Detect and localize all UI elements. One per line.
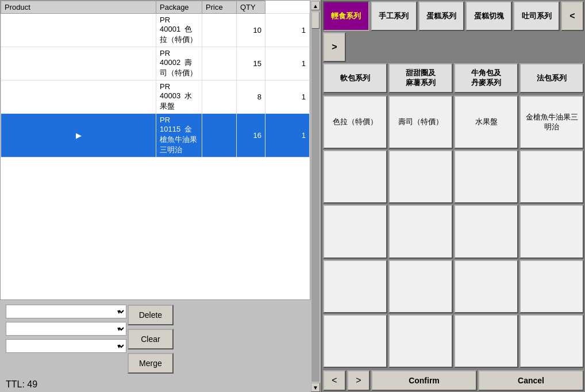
table-row[interactable]: PR 40001 色拉（特價） 10 1 <box>1 14 310 47</box>
product-cell <box>323 314 387 368</box>
cat-tab-light-food[interactable]: 輕食系列 <box>323 1 370 31</box>
row-product: PR 10115 金槍魚牛油果三明治 <box>156 114 202 157</box>
product-cell[interactable]: 壽司（特價） <box>388 95 453 149</box>
product-cell[interactable]: 色拉（特價） <box>323 95 387 149</box>
row-arrow <box>1 47 156 80</box>
product-cell <box>388 150 453 203</box>
row-product: PR 40003 水果盤 <box>156 80 202 114</box>
row-price: 15 <box>237 47 265 80</box>
cat-tab-handmade[interactable]: 手工系列 <box>371 1 417 31</box>
product-cell <box>454 314 518 368</box>
cat-tab-donut[interactable]: 甜甜圈及 麻薯系列 <box>388 63 453 93</box>
dropdown-3[interactable] <box>6 339 126 353</box>
dropdown-1[interactable] <box>6 305 126 318</box>
row-arrow: ▶ <box>1 114 156 157</box>
row-price: 8 <box>237 80 265 114</box>
clear-button[interactable]: Clear <box>128 329 174 349</box>
table-row[interactable]: PR 40002 壽司（特價） 15 1 <box>1 47 310 80</box>
product-cell <box>388 260 453 313</box>
col-price: Price <box>202 1 237 14</box>
cat-tab-baguette[interactable]: 法包系列 <box>519 63 584 93</box>
row-price: 10 <box>237 14 265 47</box>
delete-button[interactable]: Delete <box>128 305 174 325</box>
table-row[interactable]: PR 40003 水果盤 8 1 <box>1 80 310 114</box>
cat-tab-toast[interactable]: 吐司系列 <box>513 1 560 31</box>
product-cell <box>388 205 453 258</box>
category-tabs-row2: 軟包系列 甜甜圈及 麻薯系列 牛角包及 丹麥系列 法包系列 <box>322 63 585 94</box>
confirm-cancel-row: < > Confirm Cancel <box>322 369 585 392</box>
product-grid: 色拉（特價）壽司（特價）水果盤金槍魚牛油果三明治 <box>322 94 585 369</box>
cat-tab-soft-bread[interactable]: 軟包系列 <box>323 63 387 93</box>
scroll-track <box>311 11 320 382</box>
row-product: PR 40001 色拉（特價） <box>156 14 202 47</box>
cancel-button[interactable]: Cancel <box>478 370 584 391</box>
category-tabs-row1: 輕食系列 手工系列 蛋糕系列 蛋糕切塊 吐司系列 < > <box>322 0 585 63</box>
cat-nav-prev-1[interactable]: < <box>561 1 584 31</box>
order-table: Product Package Price QTY PR 40001 色拉（特價… <box>0 0 310 300</box>
scroll-down-arrow[interactable]: ▼ <box>311 383 320 392</box>
product-cell <box>519 314 584 368</box>
col-qty: QTY <box>237 1 265 14</box>
ttl-label: TTL: 49 <box>6 379 37 389</box>
table-row[interactable]: ▶ PR 10115 金槍魚牛油果三明治 16 1 <box>1 114 310 157</box>
row-price: 16 <box>237 114 265 157</box>
dropdown-2[interactable] <box>6 322 126 336</box>
product-cell[interactable]: 金槍魚牛油果三明治 <box>519 95 584 149</box>
confirm-button[interactable]: Confirm <box>371 370 477 391</box>
row-product: PR 40002 壽司（特價） <box>156 47 202 80</box>
product-cell <box>323 260 387 313</box>
row-qty: 1 <box>265 114 310 157</box>
row-arrow <box>1 80 156 114</box>
row-qty: 1 <box>265 80 310 114</box>
row-package <box>202 47 237 80</box>
product-cell <box>519 205 584 258</box>
product-cell <box>454 150 518 203</box>
row-package <box>202 114 237 157</box>
scroll-thumb[interactable] <box>311 11 320 29</box>
product-cell <box>519 260 584 313</box>
product-cell <box>323 150 387 203</box>
scroll-up-arrow[interactable]: ▲ <box>311 1 320 10</box>
table-scrollbar[interactable]: ▲ ▼ <box>310 0 321 392</box>
row-qty: 1 <box>265 47 310 80</box>
row-package <box>202 80 237 114</box>
product-cell <box>388 314 453 368</box>
grid-nav-next[interactable]: > <box>347 370 370 391</box>
row-qty: 1 <box>265 14 310 47</box>
row-arrow <box>1 14 156 47</box>
grid-nav-prev[interactable]: < <box>323 370 346 391</box>
col-package: Package <box>156 1 202 14</box>
row-package <box>202 14 237 47</box>
cat-tab-cake-slice[interactable]: 蛋糕切塊 <box>465 1 512 31</box>
col-product: Product <box>1 1 156 14</box>
product-cell <box>323 205 387 258</box>
cat-tab-croissant[interactable]: 牛角包及 丹麥系列 <box>454 63 518 93</box>
product-cell <box>519 150 584 203</box>
merge-button[interactable]: Merge <box>128 353 174 374</box>
cat-tab-cake[interactable]: 蛋糕系列 <box>418 1 465 31</box>
product-cell <box>454 260 518 313</box>
product-cell <box>454 205 518 258</box>
cat-nav-next-1[interactable]: > <box>323 32 346 62</box>
product-cell[interactable]: 水果盤 <box>454 95 518 149</box>
